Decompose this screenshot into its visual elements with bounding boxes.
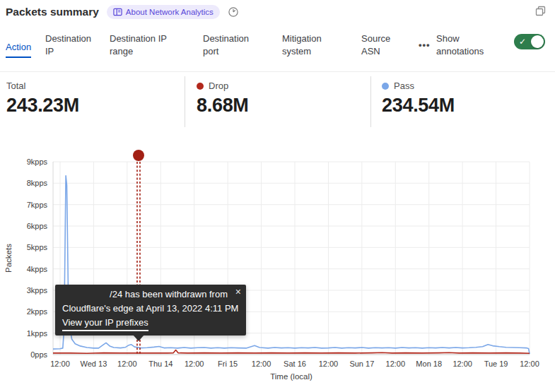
svg-text:12:00: 12:00 <box>452 360 472 368</box>
svg-text:9kpps: 9kpps <box>27 158 48 166</box>
svg-text:12:00: 12:00 <box>386 360 406 368</box>
toggle-knob <box>531 35 544 48</box>
header: Packets summary About Network Analytics <box>6 5 239 19</box>
show-annotations-label: Show annotations <box>436 32 497 58</box>
svg-text:8kpps: 8kpps <box>27 179 48 187</box>
show-annotations-toggle[interactable]: ✓ <box>514 34 545 49</box>
dimension-tabs: Action Destination IP Destination IP ran… <box>0 30 555 71</box>
check-icon: ✓ <box>519 36 526 47</box>
svg-text:Mon 18: Mon 18 <box>416 360 442 368</box>
about-network-analytics-badge[interactable]: About Network Analytics <box>107 5 220 19</box>
stat-total-label: Total <box>6 81 25 91</box>
svg-text:Wed 13: Wed 13 <box>81 360 107 368</box>
svg-text:12:00: 12:00 <box>319 360 339 368</box>
svg-text:12:00: 12:00 <box>117 360 137 368</box>
svg-text:Thu 14: Thu 14 <box>148 360 173 368</box>
stat-pass-label: Pass <box>394 81 414 91</box>
svg-text:2kpps: 2kpps <box>27 307 48 316</box>
stat-drop-label: Drop <box>209 81 228 91</box>
svg-text:12:00: 12:00 <box>252 360 271 368</box>
badge-label: About Network Analytics <box>126 8 214 16</box>
drop-legend-dot <box>197 83 204 90</box>
stat-drop: Drop 8.68M <box>197 73 249 117</box>
stats-row: Total 243.23M Drop 8.68M Pass 234.54M <box>0 73 555 131</box>
svg-text:0pps: 0pps <box>30 350 47 359</box>
tab-destination-ip-range[interactable]: Destination IP range <box>110 32 182 58</box>
tooltip-message-line1: /24 has been withdrawn from <box>62 287 239 302</box>
tab-destination-port[interactable]: Destination port <box>203 32 262 58</box>
svg-text:Fri 15: Fri 15 <box>218 360 238 368</box>
stat-pass-value: 234.54M <box>382 95 455 117</box>
svg-text:Tue 19: Tue 19 <box>484 360 508 368</box>
svg-text:12:00: 12:00 <box>185 360 204 368</box>
svg-text:Sun 17: Sun 17 <box>349 360 374 368</box>
svg-text:6kpps: 6kpps <box>27 222 48 230</box>
svg-text:12:00: 12:00 <box>50 360 70 368</box>
stat-total: Total 243.23M <box>6 73 79 117</box>
tooltip-message-line2: Cloudflare's edge at April 13, 2022 4:11… <box>62 303 238 314</box>
pass-legend-dot <box>382 83 389 90</box>
tooltip-caret <box>133 335 144 341</box>
svg-text:1kpps: 1kpps <box>27 329 48 338</box>
stat-total-value: 243.23M <box>6 95 79 117</box>
tab-source-asn[interactable]: Source ASN <box>361 32 399 58</box>
svg-text:12:00: 12:00 <box>520 360 539 368</box>
view-ip-prefixes-link[interactable]: View your IP prefixes <box>62 316 148 331</box>
svg-text:Sat 16: Sat 16 <box>284 360 306 368</box>
stat-drop-value: 8.68M <box>197 95 249 117</box>
tab-destination-ip[interactable]: Destination IP <box>45 32 102 58</box>
stat-pass: Pass 234.54M <box>382 73 455 117</box>
more-tabs-button[interactable]: ••• <box>419 40 431 50</box>
svg-text:4kpps: 4kpps <box>27 265 48 273</box>
book-icon <box>113 8 122 16</box>
series-line-drop <box>53 350 530 354</box>
page-title: Packets summary <box>6 6 99 18</box>
expand-view-icon[interactable] <box>535 6 546 19</box>
svg-text:5kpps: 5kpps <box>27 243 48 251</box>
close-icon[interactable]: × <box>235 287 241 297</box>
tab-mitigation-system[interactable]: Mitigation system <box>282 32 339 58</box>
packets-summary-card: Packets summary About Network Analytics … <box>0 0 555 392</box>
annotation-marker[interactable] <box>133 150 144 161</box>
stats-divider <box>185 76 185 127</box>
svg-text:Packets: Packets <box>4 244 13 273</box>
svg-text:7kpps: 7kpps <box>27 201 48 209</box>
svg-text:Time (local): Time (local) <box>270 372 312 381</box>
annotation-tooltip: /24 has been withdrawn from Cloudflare's… <box>55 285 246 335</box>
svg-text:3kpps: 3kpps <box>27 286 48 295</box>
time-range-icon[interactable] <box>228 6 239 18</box>
tab-action[interactable]: Action <box>6 41 31 58</box>
tabs-divider <box>0 71 555 72</box>
packets-chart[interactable]: 0pps1kpps2kpps3kpps4kpps5kpps6kpps7kpps8… <box>0 143 555 392</box>
stats-divider <box>370 76 371 127</box>
